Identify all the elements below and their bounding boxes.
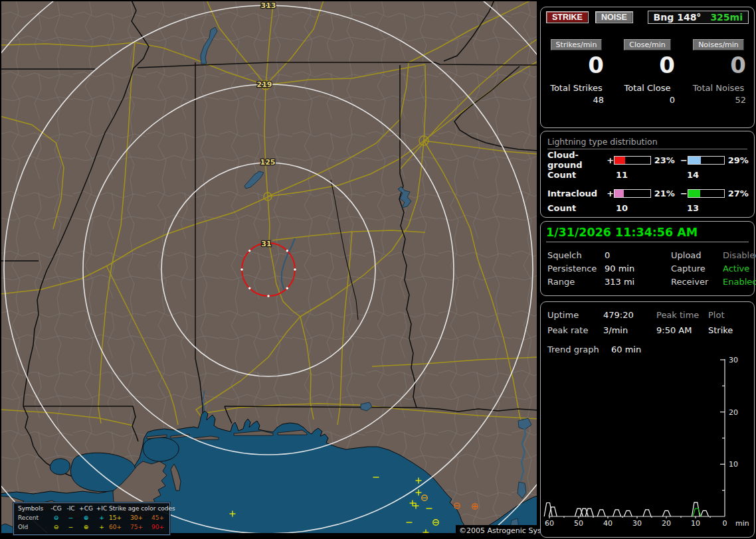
ic-positive-pct: 21% [654, 189, 680, 198]
age-code-75: 75+ [130, 522, 151, 532]
svg-text:20: 20 [729, 408, 738, 417]
svg-text:60: 60 [545, 519, 554, 528]
cg-count-row: Count 11 14 [547, 170, 754, 180]
capture-status: Active [723, 262, 756, 275]
squelch-label: Squelch [547, 249, 605, 262]
noises-per-min-value: 0 [683, 52, 754, 78]
peak-rate-value: 3/min [603, 323, 656, 338]
legend-header-pos-cg: +CG [78, 504, 94, 513]
legend-age-title: Strike age color codes [109, 504, 171, 513]
strike-mode-button[interactable]: STRIKE [546, 11, 589, 23]
intracloud-label: Intracloud [547, 189, 607, 198]
persistence-label: Persistence [547, 262, 605, 275]
receiver-label: Receiver [671, 275, 723, 289]
total-noises-label: Total Noises [683, 83, 754, 93]
upload-label: Upload [671, 249, 723, 262]
svg-text:40: 40 [603, 519, 613, 528]
cg-positive-count: 11 [616, 170, 687, 180]
plus-sign: + [607, 189, 614, 198]
svg-text:30: 30 [632, 519, 642, 528]
trend-window-value: 60 min [611, 343, 754, 356]
legend-header-neg-cg: -CG [48, 504, 64, 513]
bearing-value: Bng 148° [654, 12, 702, 23]
bearing-readout: Bng 148°325mi [648, 11, 749, 24]
status-box: 1/31/2026 11:34:56 AM Squelch 0 Upload D… [540, 221, 755, 296]
strikes-counter-column: Strikes/min 0 Total Strikes 48 [541, 39, 612, 105]
noises-per-min-chip[interactable]: Noises/min [693, 39, 744, 50]
uptime-label: Uptime [547, 307, 603, 323]
ic-negative-count: 13 [687, 203, 699, 213]
age-code-15: 15+ [109, 513, 130, 522]
noise-mode-button[interactable]: NOISE [595, 11, 633, 23]
range-value: 313 mi [605, 275, 671, 289]
upload-status: Disabled [723, 249, 756, 262]
close-per-min-value: 0 [612, 52, 683, 78]
age-code-30: 30+ [130, 513, 151, 522]
svg-text:20: 20 [662, 519, 671, 528]
total-close-value: 0 [612, 95, 683, 105]
ic-count-row: Count 10 13 [547, 203, 754, 213]
svg-text:50: 50 [574, 519, 583, 528]
stats-trend-box: Uptime 479:20 Peak time Plot Peak rate 3… [540, 301, 755, 538]
legend-header-pos-ic: +IC [94, 504, 109, 513]
ic-negative-pct: 27% [728, 189, 754, 198]
total-close-label: Total Close [612, 83, 683, 93]
plot-label: Plot [708, 307, 754, 323]
ring-label-219: 219 [257, 80, 272, 89]
ic-positive-count: 10 [616, 203, 687, 213]
noises-counter-column: Noises/min 0 Total Noises 52 [683, 39, 754, 105]
ic-positive-bar [614, 189, 651, 198]
total-strikes-label: Total Strikes [541, 83, 612, 93]
strikes-per-min-value: 0 [541, 52, 612, 78]
cg-negative-count: 14 [687, 170, 699, 180]
persistence-value: 90 min [605, 262, 671, 275]
peak-rate-label: Peak rate [547, 323, 603, 338]
ic-negative-bar [688, 189, 725, 198]
ring-label-313: 313 [261, 1, 276, 10]
uptime-value: 479:20 [603, 307, 656, 323]
counters-box: STRIKE NOISE Bng 148°325mi Strikes/min 0… [540, 7, 755, 128]
minus-sign: − [680, 189, 688, 198]
neg-ic-old-icon: − [64, 522, 78, 532]
intracloud-row: Intracloud + 21% − 27% [547, 187, 754, 199]
peak-time-label: Peak time [656, 307, 708, 323]
cg-positive-pct: 23% [654, 155, 680, 165]
legend-header-symbols: Symbols [18, 504, 48, 513]
symbols-legend: Symbols -CG -IC +CG +IC Strike age color… [13, 502, 170, 535]
ring-label-125: 125 [260, 158, 276, 167]
distribution-box: Lightning type distribution Cloud-ground… [540, 131, 755, 218]
datetime-display: 1/31/2026 11:34:56 AM [546, 226, 749, 242]
age-code-90: 90+ [151, 522, 171, 532]
total-noises-value: 52 [683, 95, 754, 105]
age-code-60: 60+ [109, 522, 130, 532]
app-window: 313 219 125 31 ©2005 Astrogenic Systems … [0, 0, 756, 539]
legend-header-neg-ic: -IC [64, 504, 78, 513]
map-area[interactable]: 313 219 125 31 ©2005 Astrogenic Systems … [0, 0, 538, 539]
trend-graph-label: Trend graph [547, 343, 611, 356]
plus-sign: + [607, 155, 614, 165]
total-strikes-value: 48 [541, 95, 612, 105]
capture-label: Capture [671, 262, 723, 275]
cg-negative-pct: 29% [728, 155, 754, 165]
map-canvas[interactable]: 313 219 125 31 [0, 0, 538, 539]
cloud-ground-label: Cloud-ground [547, 150, 607, 170]
cg-count-label: Count [547, 170, 616, 180]
svg-text:min: min [735, 519, 749, 528]
telemetry-panel: STRIKE NOISE Bng 148°325mi Strikes/min 0… [539, 0, 756, 539]
close-per-min-chip[interactable]: Close/min [624, 39, 670, 50]
peak-time-value: 9:50 AM [656, 323, 708, 338]
plot-value: Strike [708, 323, 754, 338]
legend-row-old-label: Old [18, 522, 48, 532]
ic-count-label: Count [547, 203, 616, 213]
pos-cg-recent-icon: ⊕ [78, 513, 94, 522]
svg-text:10: 10 [691, 519, 700, 528]
pos-cg-old-icon: ⊕ [78, 522, 94, 532]
age-code-45: 45+ [151, 513, 171, 522]
range-label: Range [547, 275, 605, 289]
cg-negative-bar [688, 156, 725, 165]
receiver-status: Enabled [723, 275, 756, 289]
distribution-title: Lightning type distribution [547, 137, 747, 149]
pos-ic-old-icon: + [94, 522, 109, 532]
strikes-per-min-chip[interactable]: Strikes/min [551, 39, 603, 50]
cg-positive-bar [614, 156, 651, 165]
